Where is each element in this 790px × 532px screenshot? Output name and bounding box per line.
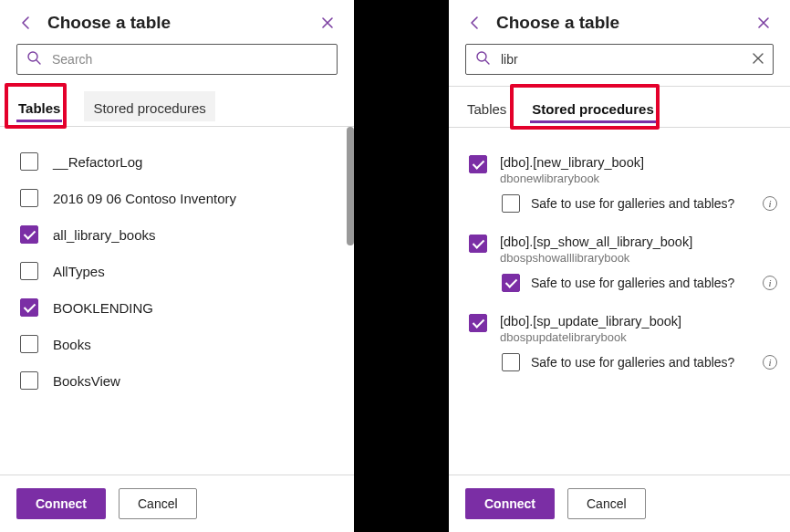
procedure-subtext: dbospshowalllibrarybook	[500, 251, 692, 265]
cancel-button[interactable]: Cancel	[119, 488, 197, 519]
procedure-item: [dbo].[new_library_book]dbonewlibraryboo…	[465, 148, 781, 227]
panel-title: Choose a table	[496, 13, 754, 33]
table-row[interactable]: Books	[16, 326, 345, 362]
info-icon[interactable]: i	[763, 276, 777, 290]
close-button[interactable]	[754, 13, 774, 33]
safe-checkbox[interactable]	[502, 353, 520, 371]
footer: Connect Cancel	[449, 475, 790, 532]
tab-procedures[interactable]: Stored procedures	[530, 92, 655, 122]
scrollbar-thumb[interactable]	[347, 127, 354, 245]
svg-line-1	[36, 60, 40, 64]
panel-right: Choose a table Tables Stored procedures …	[449, 0, 790, 532]
safe-row: Safe to use for galleries and tables?i	[465, 268, 781, 307]
table-row[interactable]: 2016 09 06 Contoso Inventory	[16, 180, 345, 216]
safe-label: Safe to use for galleries and tables?	[531, 355, 752, 370]
checkbox[interactable]	[20, 298, 38, 317]
svg-point-0	[28, 52, 37, 61]
table-label: BooksView	[53, 373, 120, 389]
checkbox[interactable]	[20, 371, 38, 390]
procedure-item: [dbo].[sp_show_all_library_book]dbospsho…	[465, 227, 781, 307]
table-row[interactable]: all_library_books	[16, 216, 345, 253]
tab-tables[interactable]: Tables	[465, 92, 508, 122]
procedure-name: [dbo].[new_library_book]	[500, 155, 644, 170]
procedure-header[interactable]: [dbo].[new_library_book]dbonewlibraryboo…	[465, 148, 781, 189]
procedure-subtext: dbospupdatelibrarybook	[500, 330, 681, 344]
info-icon[interactable]: i	[763, 355, 777, 370]
safe-row: Safe to use for galleries and tables?i	[465, 189, 781, 227]
close-button[interactable]	[317, 13, 338, 33]
panel-left: Choose a table Tables Stored procedures …	[0, 0, 354, 532]
search-input[interactable]	[50, 51, 327, 68]
checkbox[interactable]	[20, 335, 38, 353]
search-wrap	[449, 40, 790, 86]
search-wrap	[0, 40, 354, 86]
table-label: all_library_books	[53, 227, 156, 243]
back-button[interactable]	[465, 13, 485, 33]
search-box[interactable]	[465, 44, 774, 75]
clear-search-icon[interactable]	[753, 52, 764, 67]
tab-tables[interactable]: Tables	[16, 91, 62, 121]
checkbox[interactable]	[469, 314, 487, 332]
procedure-subtext: dbonewlibrarybook	[500, 172, 644, 185]
checkbox[interactable]	[20, 189, 38, 207]
checkbox[interactable]	[469, 155, 487, 173]
search-box[interactable]	[16, 44, 338, 75]
table-row[interactable]: BooksView	[16, 362, 345, 399]
panel-title: Choose a table	[47, 13, 317, 33]
header: Choose a table	[449, 0, 790, 40]
table-label: 2016 09 06 Contoso Inventory	[53, 191, 236, 206]
info-icon[interactable]: i	[763, 196, 777, 211]
checkbox[interactable]	[20, 225, 38, 244]
procedure-header[interactable]: [dbo].[sp_show_all_library_book]dbospsho…	[465, 227, 781, 268]
svg-point-2	[477, 52, 486, 61]
table-row[interactable]: BOOKLENDING	[16, 289, 345, 326]
safe-label: Safe to use for galleries and tables?	[531, 276, 752, 290]
footer: Connect Cancel	[0, 475, 354, 532]
safe-checkbox[interactable]	[502, 194, 520, 213]
search-input[interactable]	[499, 51, 743, 68]
header: Choose a table	[0, 0, 354, 40]
search-icon	[26, 50, 41, 68]
search-icon	[475, 50, 490, 68]
connect-button[interactable]: Connect	[16, 488, 106, 519]
back-button[interactable]	[16, 13, 36, 33]
safe-label: Safe to use for galleries and tables?	[531, 196, 752, 211]
table-label: AllTypes	[53, 264, 105, 279]
safe-row: Safe to use for galleries and tables?i	[465, 348, 781, 386]
table-label: Books	[53, 337, 91, 352]
procedure-name: [dbo].[sp_show_all_library_book]	[500, 235, 692, 249]
checkbox[interactable]	[20, 262, 38, 280]
cancel-button[interactable]: Cancel	[567, 488, 646, 519]
table-label: __RefactorLog	[53, 154, 142, 170]
svg-line-3	[485, 60, 489, 64]
tabs: Tables Stored procedures	[0, 86, 354, 126]
table-label: BOOKLENDING	[53, 300, 153, 316]
procedure-item: [dbo].[sp_update_library_book]dbospupdat…	[465, 307, 781, 386]
table-row[interactable]: __RefactorLog	[16, 143, 345, 180]
safe-checkbox[interactable]	[502, 274, 520, 292]
checkbox[interactable]	[469, 235, 487, 253]
tab-procedures[interactable]: Stored procedures	[84, 91, 214, 121]
procedure-name: [dbo].[sp_update_library_book]	[500, 314, 681, 329]
procedure-header[interactable]: [dbo].[sp_update_library_book]dbospupdat…	[465, 307, 781, 348]
connect-button[interactable]: Connect	[465, 488, 555, 519]
checkbox[interactable]	[20, 152, 38, 171]
table-row[interactable]: AllTypes	[16, 253, 345, 289]
tabs: Tables Stored procedures	[449, 87, 790, 127]
tables-list: __RefactorLog2016 09 06 Contoso Inventor…	[0, 127, 354, 475]
procedures-list: [dbo].[new_library_book]dbonewlibraryboo…	[449, 128, 790, 475]
